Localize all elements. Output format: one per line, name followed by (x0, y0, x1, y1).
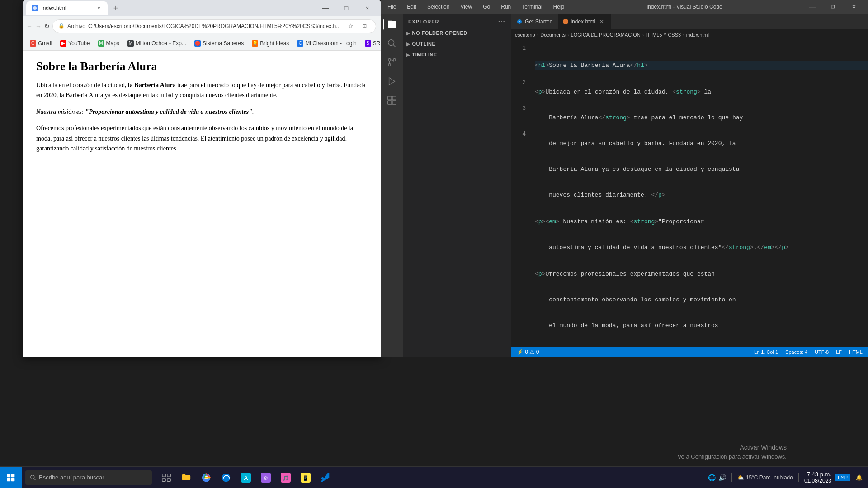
app3-button[interactable]: 🎵 (277, 469, 295, 487)
activity-search-icon[interactable] (383, 34, 401, 52)
edge-button[interactable] (217, 469, 235, 487)
forward-button[interactable]: → (35, 19, 42, 33)
app1-button[interactable]: A (237, 469, 255, 487)
tab-index-html[interactable]: index.html ✕ (558, 14, 611, 29)
svg-point-4 (388, 64, 391, 66)
vscode-body: EXPLORER ⋯ ▶ NO FOLDER OPENED ▶ OUTLINE (381, 14, 868, 357)
bookmark-star-button[interactable]: ☆ (345, 20, 357, 32)
back-button[interactable]: ← (26, 19, 33, 33)
breadcrumb-documents[interactable]: Documents (540, 32, 566, 38)
bookmark-sistema[interactable]: 🔴 Sistema Saberes (191, 39, 247, 48)
statusbar-spaces[interactable]: Spaces: 4 (783, 349, 809, 355)
maximize-button[interactable]: □ (336, 1, 357, 15)
outline-label: OUTLINE (412, 41, 436, 47)
statusbar-branch-icon[interactable]: ⚡ 0 ⚠ 0 (515, 349, 541, 355)
breadcrumb-logica[interactable]: LOGICA DE PROGRAMACION (571, 32, 641, 38)
notification-icon[interactable]: 🔔 (856, 474, 863, 481)
sidebar-timeline-header[interactable]: ▶ TIMELINE (403, 50, 511, 59)
activity-explorer-icon[interactable] (383, 15, 401, 33)
app2-button[interactable]: ⚙ (257, 469, 275, 487)
breadcrumb-escritorio[interactable]: escritorio (515, 32, 535, 38)
activity-extensions-icon[interactable] (383, 91, 401, 109)
menu-go[interactable]: Go (480, 3, 493, 11)
bookmark-classroom[interactable]: C Mi Classroom - Login (293, 39, 360, 48)
address-bar-actions: ☆ ⊡ (345, 20, 370, 32)
timeline-label: TIMELINE (412, 52, 437, 57)
bookmark-srm-label: SRM CAMPUSVIRT... (373, 40, 381, 47)
network-icon[interactable]: 🌐 (708, 474, 716, 481)
tab-close-icon[interactable]: ✕ (598, 18, 605, 25)
menu-selection[interactable]: Selection (425, 3, 452, 11)
menu-run[interactable]: Run (498, 3, 514, 11)
tab-get-started[interactable]: ✓ Get Started (511, 14, 558, 29)
menu-edit[interactable]: Edit (404, 3, 419, 11)
bookmark-youtube-label: YouTube (68, 40, 90, 47)
vscode-close-button[interactable]: ✕ (844, 0, 864, 14)
bookmark-bright[interactable]: 💡 Bright Ideas (248, 39, 292, 48)
bookmark-classroom-label: Mi Classroom - Login (305, 40, 356, 47)
address-bar[interactable]: 🔒 Archivo C:/Users/escritorio/Documents/… (52, 19, 376, 33)
code-editor[interactable]: 1 2 3 4 <h1>Sobre la Barbería Alura</h1>… (511, 40, 868, 347)
vscode-maximize-button[interactable]: ⧉ (823, 0, 844, 14)
task-view-button[interactable] (157, 469, 175, 487)
sidebar-no-folder-header[interactable]: ▶ NO FOLDER OPENED (403, 28, 511, 38)
activity-git-icon[interactable] (383, 53, 401, 71)
statusbar-position[interactable]: Ln 1, Col 1 (752, 349, 780, 355)
browser-titlebar: index.html ✕ + — □ ✕ (23, 0, 381, 16)
cast-button[interactable]: ⊡ (359, 20, 370, 32)
menu-terminal[interactable]: Terminal (519, 3, 545, 11)
bookmark-maps[interactable]: M Maps (94, 39, 123, 48)
bookmark-srm[interactable]: S SRM CAMPUSVIRT... (361, 39, 381, 48)
app4-button[interactable]: 📱 (297, 469, 315, 487)
minimize-button[interactable]: — (315, 1, 336, 15)
code-content[interactable]: <h1>Sobre la Barbería Alura</h1> <p>Ubic… (529, 40, 868, 347)
statusbar-eol[interactable]: LF (834, 349, 844, 355)
menu-view[interactable]: View (458, 3, 475, 11)
sidebar-section-timeline: ▶ TIMELINE (403, 49, 511, 60)
line-numbers: 1 2 3 4 (511, 40, 529, 347)
start-button[interactable] (0, 467, 22, 488)
editor-tabs: ✓ Get Started index.html ✕ (511, 14, 868, 29)
taskbar-language-indicator[interactable]: ESP (835, 474, 850, 481)
statusbar-encoding[interactable]: UTF-8 (813, 349, 830, 355)
close-button[interactable]: ✕ (357, 1, 377, 15)
statusbar-language[interactable]: HTML (847, 349, 864, 355)
statusbar-left: ⚡ 0 ⚠ 0 (515, 349, 541, 355)
vscode-taskbar-button[interactable] (316, 469, 335, 487)
breadcrumb-file[interactable]: index.html (686, 32, 709, 38)
file-explorer-button[interactable] (177, 469, 195, 487)
svg-marker-7 (389, 78, 395, 85)
taskbar-weather[interactable]: ⛅ 15°C Parc. nublado (737, 474, 793, 481)
chevron-right-icon: ▶ (406, 31, 410, 36)
sidebar-explorer-header: EXPLORER ⋯ (403, 14, 511, 28)
sidebar-outline-header[interactable]: ▶ OUTLINE (403, 39, 511, 48)
tab-close-button[interactable]: ✕ (95, 5, 102, 12)
svg-line-19 (34, 478, 36, 480)
menu-file[interactable]: File (385, 3, 399, 11)
chrome-button[interactable] (197, 469, 215, 487)
sidebar-section-outline: ▶ OUTLINE (403, 38, 511, 49)
svg-rect-16 (7, 478, 11, 481)
taskbar-divider-2 (798, 473, 799, 482)
refresh-button[interactable]: ↻ (44, 19, 50, 33)
svg-rect-10 (388, 101, 392, 104)
statusbar-right: Ln 1, Col 1 Spaces: 4 UTF-8 LF HTML (752, 349, 864, 355)
menu-help[interactable]: Help (551, 3, 567, 11)
taskbar-search-bar[interactable]: Escribe aquí para buscar (25, 470, 152, 485)
breadcrumb-html5[interactable]: HTML5 Y CSS3 (646, 32, 681, 38)
sound-icon[interactable]: 🔊 (718, 474, 726, 481)
svg-rect-20 (162, 474, 165, 476)
sidebar: EXPLORER ⋯ ▶ NO FOLDER OPENED ▶ OUTLINE (403, 14, 511, 357)
bookmark-gmail[interactable]: G Gmail (26, 39, 56, 48)
bookmark-bright-label: Bright Ideas (260, 40, 289, 47)
bookmark-milton[interactable]: M Milton Ochoa - Exp... (124, 39, 190, 48)
bookmark-youtube[interactable]: ▶ YouTube (57, 39, 93, 48)
activity-debug-icon[interactable] (383, 72, 401, 90)
sidebar-more-icon[interactable]: ⋯ (498, 17, 505, 26)
browser-tab-active[interactable]: index.html ✕ (26, 1, 108, 15)
svg-line-3 (393, 45, 396, 47)
vscode-minimize-button[interactable]: — (802, 0, 823, 14)
gmail-favicon: G (30, 40, 36, 47)
taskbar-clock[interactable]: 7:43 p.m. 01/08/2023 (804, 471, 831, 484)
new-tab-button[interactable]: + (109, 2, 122, 14)
